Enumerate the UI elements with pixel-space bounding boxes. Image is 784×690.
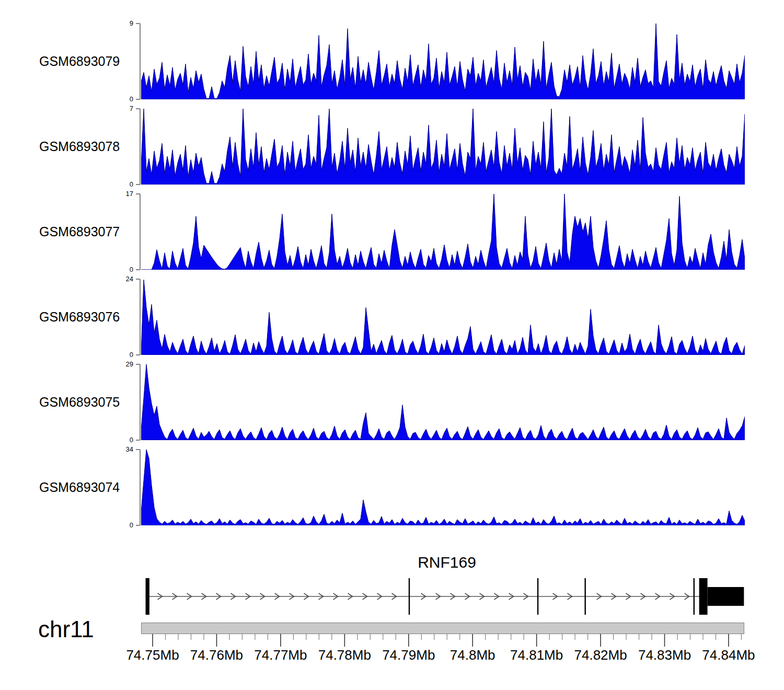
coverage-polygon — [141, 450, 745, 525]
y-axis-max-label: 7 — [112, 105, 133, 112]
gene-name-label: RNF169 — [402, 554, 491, 571]
y-axis-zero-label: 0 — [112, 436, 133, 444]
axis-tick-label: 74.78Mb — [318, 647, 371, 663]
y-axis-bottom-tick — [136, 99, 140, 100]
y-axis-max-label: 29 — [112, 360, 133, 368]
y-axis-zero-label: 0 — [112, 95, 133, 103]
coverage-plot — [141, 109, 745, 185]
y-axis-top-tick — [136, 364, 140, 365]
chromosome-bar — [141, 623, 744, 634]
coverage-plot — [141, 364, 745, 440]
y-axis-top-tick — [136, 193, 140, 194]
coverage-plot — [141, 450, 745, 525]
axis-tick-label: 74.76Mb — [190, 647, 243, 663]
axis-tick-label: 74.75Mb — [126, 647, 179, 663]
track-label: GSM6893079 — [39, 53, 120, 69]
exon-line — [409, 578, 410, 615]
y-axis-max-label: 34 — [112, 445, 133, 453]
y-axis-zero-label: 0 — [112, 266, 133, 273]
y-axis-bottom-tick — [136, 525, 140, 526]
genome-browser-figure: GSM689307990GSM689307870GSM6893077170GSM… — [0, 0, 784, 690]
coverage-plot — [141, 194, 745, 270]
axis-tick-label: 74.79Mb — [382, 647, 435, 663]
y-axis-line — [140, 364, 141, 440]
y-axis-bottom-tick — [136, 354, 140, 355]
y-axis-line — [140, 279, 141, 355]
coverage-polygon — [141, 24, 745, 99]
axis-tick-label: 74.81Mb — [510, 647, 563, 663]
coverage-polygon — [141, 280, 745, 355]
coverage-polygon — [141, 194, 745, 270]
coverage-polygon — [141, 109, 745, 185]
track-label: GSM6893076 — [39, 309, 120, 325]
y-axis-top-tick — [136, 23, 140, 24]
y-axis-top-tick — [136, 279, 140, 280]
track-label: GSM6893074 — [39, 479, 120, 495]
track-label: GSM6893078 — [39, 139, 120, 154]
y-axis-bottom-tick — [136, 269, 140, 270]
coverage-plot — [141, 24, 745, 99]
y-axis-line — [140, 24, 141, 99]
exon-line — [694, 578, 695, 615]
y-axis-top-tick — [136, 449, 140, 450]
track-label: GSM6893077 — [39, 224, 120, 239]
y-axis-bottom-tick — [136, 440, 140, 441]
y-axis-line — [140, 194, 141, 270]
axis-tick-label: 74.83Mb — [638, 647, 691, 663]
chromosome-label: chr11 — [38, 617, 94, 642]
exon-line — [584, 578, 585, 615]
y-axis-max-label: 17 — [112, 190, 133, 198]
y-axis-zero-label: 0 — [112, 521, 133, 529]
axis-tick-label: 74.84Mb — [702, 647, 755, 663]
y-axis-line — [140, 109, 141, 185]
y-axis-line — [140, 450, 141, 525]
y-axis-bottom-tick — [136, 184, 140, 185]
gene-model-svg — [141, 574, 753, 619]
axis-tick-label: 74.77Mb — [254, 647, 307, 663]
coverage-plot — [141, 279, 745, 355]
coverage-polygon — [141, 364, 745, 440]
axis-tick-label: 74.82Mb — [574, 647, 627, 663]
exon-utr — [708, 587, 744, 606]
y-axis-max-label: 24 — [112, 275, 133, 283]
exon-tall — [699, 578, 708, 615]
y-axis-zero-label: 0 — [112, 351, 133, 359]
exon-line — [537, 578, 538, 615]
exon-tall — [146, 578, 149, 615]
y-axis-zero-label: 0 — [112, 180, 133, 188]
y-axis-top-tick — [136, 108, 140, 109]
y-axis-max-label: 9 — [112, 19, 133, 27]
track-label: GSM6893075 — [39, 394, 120, 410]
axis-tick-label: 74.8Mb — [450, 647, 495, 663]
